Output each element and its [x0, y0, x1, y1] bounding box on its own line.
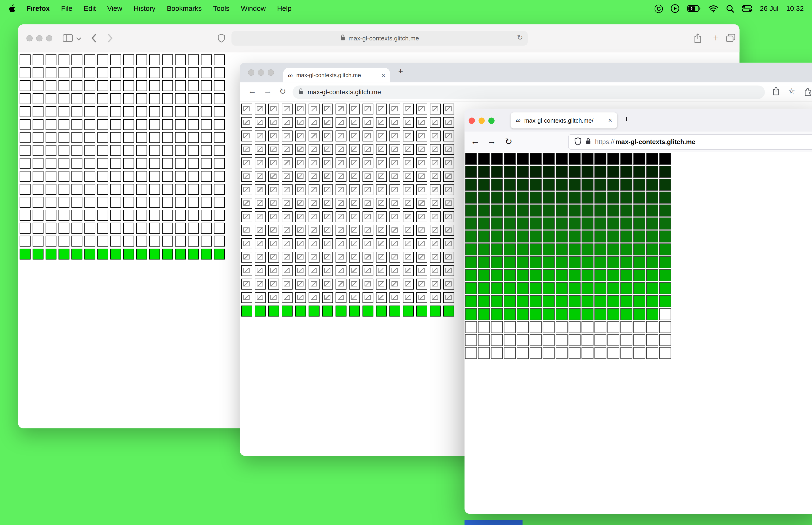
close-window-button[interactable]	[26, 35, 32, 41]
share-icon[interactable]	[772, 87, 780, 98]
back-button[interactable]: ←	[471, 136, 479, 147]
address-bar[interactable]: max-gl-contexts.glitch.me	[292, 86, 765, 99]
share-icon[interactable]	[693, 33, 702, 44]
canvas-cell	[633, 205, 645, 217]
canvas-cell	[97, 171, 108, 182]
canvas-cell	[607, 334, 619, 346]
canvas-cell	[416, 131, 427, 141]
canvas-cell	[594, 179, 607, 191]
browser-tab[interactable]: ∞ max-gl-contexts.glitch.me/ ×	[510, 112, 617, 128]
canvas-cell	[389, 171, 400, 182]
canvas-cell	[517, 230, 529, 242]
tab-close-icon[interactable]: ×	[381, 71, 385, 79]
privacy-shield-icon[interactable]	[218, 34, 225, 43]
canvas-cell	[241, 117, 252, 128]
canvas-cell	[530, 282, 542, 294]
canvas-cell	[504, 230, 516, 242]
lock-icon[interactable]	[586, 138, 591, 146]
forward-button[interactable]	[107, 33, 113, 43]
menu-app-name[interactable]: Firefox	[21, 5, 56, 13]
menu-item-help[interactable]: Help	[271, 5, 297, 13]
back-button[interactable]	[91, 33, 97, 43]
canvas-cell	[607, 347, 619, 359]
reload-button[interactable]: ↻	[279, 87, 286, 96]
canvas-cell	[336, 171, 346, 182]
canvas-cell	[389, 292, 400, 303]
menu-bar-time[interactable]: 10:32	[786, 5, 803, 13]
canvas-cell	[556, 282, 568, 294]
canvas-cell	[162, 80, 173, 91]
canvas-cell	[389, 144, 400, 155]
forward-button[interactable]: →	[264, 87, 272, 96]
canvas-cell	[72, 93, 82, 104]
menu-item-view[interactable]: View	[102, 5, 128, 13]
apple-menu-icon[interactable]	[7, 4, 21, 13]
canvas-cell	[646, 256, 658, 268]
canvas-cell	[659, 256, 671, 268]
control-center-icon[interactable]	[742, 5, 752, 12]
canvas-cell	[416, 211, 427, 222]
battery-status-icon[interactable]	[687, 5, 701, 12]
canvas-cell	[322, 211, 333, 222]
canvas-cell	[620, 295, 632, 307]
chrome-toolbar: ← → ↻ max-gl-contexts.glitch.me ☆	[240, 82, 812, 102]
canvas-cell	[241, 265, 252, 276]
close-window-button[interactable]	[469, 118, 475, 124]
minimize-window-button[interactable]	[36, 35, 42, 41]
media-play-status-icon[interactable]	[671, 4, 679, 13]
zoom-window-button[interactable]	[46, 35, 52, 41]
reload-icon[interactable]: ↻	[517, 33, 523, 41]
canvas-cell	[504, 153, 516, 165]
tab-title: max-gl-contexts.glitch.me/	[524, 117, 604, 123]
new-tab-button[interactable]: +	[624, 115, 629, 124]
zoom-window-button[interactable]	[268, 69, 274, 75]
chevron-down-icon[interactable]	[76, 38, 81, 41]
menu-item-edit[interactable]: Edit	[78, 5, 102, 13]
new-tab-button[interactable]: +	[398, 67, 403, 76]
canvas-cell	[188, 68, 199, 78]
close-window-button[interactable]	[248, 69, 254, 75]
back-button[interactable]: ←	[248, 87, 256, 96]
spotlight-search-icon[interactable]	[726, 4, 734, 13]
canvas-cell	[363, 117, 373, 128]
bookmark-star-icon[interactable]: ☆	[788, 87, 795, 96]
canvas-cell	[349, 198, 360, 209]
browser-tab[interactable]: ∞ max-gl-contexts.glitch.me ×	[284, 68, 390, 82]
menu-item-bookmarks[interactable]: Bookmarks	[161, 5, 208, 13]
sidebar-toggle-icon[interactable]	[63, 34, 73, 42]
canvas-cell	[443, 279, 454, 289]
canvas-cell	[123, 158, 134, 169]
canvas-cell	[389, 211, 400, 222]
g-app-status-icon[interactable]: G	[655, 4, 663, 13]
address-bar-scheme: https://	[595, 138, 614, 146]
tracking-protection-shield-icon[interactable]	[574, 137, 582, 147]
address-bar[interactable]: max-gl-contexts.glitch.me ↻	[231, 31, 528, 46]
canvas-cell	[59, 80, 69, 91]
menu-item-file[interactable]: File	[56, 5, 78, 13]
canvas-cell	[430, 265, 441, 276]
reload-button[interactable]: ↻	[505, 136, 512, 147]
menu-item-history[interactable]: History	[128, 5, 161, 13]
new-tab-button[interactable]: +	[713, 33, 719, 44]
minimize-window-button[interactable]	[258, 69, 264, 75]
canvas-cell	[336, 198, 346, 209]
tab-overview-icon[interactable]	[726, 34, 735, 42]
menu-item-tools[interactable]: Tools	[208, 5, 235, 13]
canvas-cell	[110, 158, 121, 169]
address-bar[interactable]: https:// max-gl-contexts.glitch.me	[568, 134, 812, 150]
menu-item-window[interactable]: Window	[235, 5, 271, 13]
lock-icon	[298, 88, 304, 96]
canvas-cell	[241, 252, 252, 262]
tab-close-icon[interactable]: ×	[608, 117, 612, 124]
wifi-status-icon[interactable]	[709, 5, 719, 12]
canvas-cell	[59, 132, 69, 143]
canvas-cell	[149, 249, 160, 259]
minimize-window-button[interactable]	[479, 118, 485, 124]
menu-bar-date[interactable]: 26 Jul	[760, 5, 778, 13]
zoom-window-button[interactable]	[488, 118, 494, 124]
forward-button[interactable]: →	[487, 136, 496, 147]
extensions-puzzle-icon[interactable]	[804, 87, 812, 98]
canvas-cell	[363, 305, 373, 316]
canvas-cell	[322, 144, 333, 155]
canvas-cell	[33, 184, 44, 195]
